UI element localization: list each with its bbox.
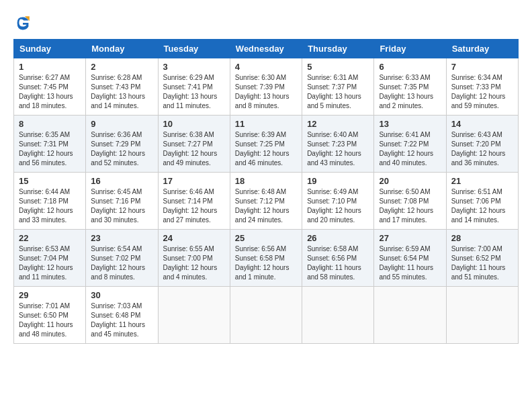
day-info-line: and 48 minutes. (19, 330, 81, 339)
calendar-cell: 23Sunrise: 6:54 AMSunset: 7:02 PMDayligh… (86, 230, 158, 287)
day-info-line: and 14 minutes. (451, 216, 513, 225)
calendar-cell: 29Sunrise: 7:01 AMSunset: 6:50 PMDayligh… (14, 287, 86, 344)
day-info-line: Sunrise: 6:54 AM (91, 244, 152, 254)
calendar-cell: 18Sunrise: 6:48 AMSunset: 7:12 PMDayligh… (230, 173, 302, 230)
day-info-line: Sunset: 6:56 PM (307, 254, 369, 263)
day-number: 15 (19, 176, 81, 186)
day-number: 11 (235, 119, 297, 129)
day-info-line: and 11 minutes. (163, 101, 225, 111)
calendar-cell: 13Sunrise: 6:41 AMSunset: 7:22 PMDayligh… (374, 116, 446, 173)
day-info-line: and 20 minutes. (307, 216, 369, 225)
day-number: 2 (91, 62, 152, 72)
day-info-line: Daylight: 12 hours (235, 263, 297, 273)
day-info-line: Daylight: 12 hours (163, 206, 225, 216)
day-info-line: Sunset: 7:22 PM (379, 140, 441, 149)
calendar-cell: 20Sunrise: 6:50 AMSunset: 7:08 PMDayligh… (374, 173, 446, 230)
calendar-cell: 27Sunrise: 6:59 AMSunset: 6:54 PMDayligh… (374, 230, 446, 287)
calendar-cell: 7Sunrise: 6:34 AMSunset: 7:33 PMDaylight… (446, 58, 518, 116)
day-info-line: Sunrise: 6:43 AM (451, 130, 513, 140)
day-info-line: Sunrise: 6:55 AM (163, 244, 225, 254)
day-number: 7 (451, 62, 513, 72)
day-info-line: Daylight: 13 hours (91, 92, 152, 101)
day-number: 24 (163, 233, 225, 243)
weekday-header-monday: Monday (86, 40, 158, 58)
day-number: 29 (19, 290, 81, 300)
week-row-4: 29Sunrise: 7:01 AMSunset: 6:50 PMDayligh… (14, 287, 519, 344)
day-number: 23 (91, 233, 152, 243)
day-info-line: Sunset: 6:58 PM (235, 254, 297, 263)
day-info-line: Daylight: 11 hours (451, 263, 513, 273)
day-info-line: Sunrise: 6:48 AM (235, 187, 297, 197)
day-info-line: Daylight: 11 hours (91, 320, 152, 330)
calendar-cell: 1Sunrise: 6:27 AMSunset: 7:45 PMDaylight… (14, 58, 86, 116)
day-info-line: Sunset: 7:31 PM (19, 140, 81, 149)
day-number: 3 (163, 62, 225, 72)
day-info-line: Sunset: 6:50 PM (19, 311, 81, 320)
day-info-line: and 56 minutes. (19, 158, 81, 168)
day-info-line: Sunset: 6:54 PM (379, 254, 441, 263)
calendar: SundayMondayTuesdayWednesdayThursdayFrid… (13, 39, 519, 344)
day-info-line: Daylight: 12 hours (307, 149, 369, 158)
day-info-line: Sunrise: 6:56 AM (235, 244, 297, 254)
day-info-line: and 18 minutes. (19, 101, 81, 111)
calendar-cell: 24Sunrise: 6:55 AMSunset: 7:00 PMDayligh… (158, 230, 230, 287)
calendar-cell: 16Sunrise: 6:45 AMSunset: 7:16 PMDayligh… (86, 173, 158, 230)
calendar-cell: 30Sunrise: 7:03 AMSunset: 6:48 PMDayligh… (86, 287, 158, 344)
day-info-line: Sunrise: 6:31 AM (307, 73, 369, 83)
day-info-line: Sunrise: 6:35 AM (19, 130, 81, 140)
weekday-header-saturday: Saturday (446, 40, 518, 58)
weekday-header-friday: Friday (374, 40, 446, 58)
day-info-line: and 27 minutes. (163, 216, 225, 225)
day-info-line: and 24 minutes. (235, 216, 297, 225)
day-number: 18 (235, 176, 297, 186)
day-info-line: and 5 minutes. (307, 101, 369, 111)
day-number: 28 (451, 233, 513, 243)
day-info-line: Sunset: 7:02 PM (91, 254, 152, 263)
day-number: 5 (307, 62, 369, 72)
day-info-line: Daylight: 12 hours (91, 263, 152, 273)
day-info-line: Sunset: 6:52 PM (451, 254, 513, 263)
calendar-cell: 6Sunrise: 6:33 AMSunset: 7:35 PMDaylight… (374, 58, 446, 116)
day-info-line: and 11 minutes. (19, 273, 81, 282)
day-info-line: Sunset: 7:12 PM (235, 197, 297, 206)
day-info-line: Sunset: 7:18 PM (19, 197, 81, 206)
day-info-line: Sunset: 7:27 PM (163, 140, 225, 149)
day-number: 14 (451, 119, 513, 129)
day-info-line: Sunset: 7:23 PM (307, 140, 369, 149)
day-info-line: Daylight: 11 hours (307, 263, 369, 273)
day-info-line: Sunrise: 6:33 AM (379, 73, 441, 83)
day-info-line: Daylight: 12 hours (19, 149, 81, 158)
calendar-cell: 15Sunrise: 6:44 AMSunset: 7:18 PMDayligh… (14, 173, 86, 230)
day-info-line: Sunrise: 6:27 AM (19, 73, 81, 83)
day-info-line: Daylight: 12 hours (19, 206, 81, 216)
day-info-line: and 8 minutes. (235, 101, 297, 111)
week-row-0: 1Sunrise: 6:27 AMSunset: 7:45 PMDaylight… (14, 58, 519, 116)
day-info-line: and 59 minutes. (451, 101, 513, 111)
day-info-line: and 43 minutes. (307, 158, 369, 168)
calendar-cell: 2Sunrise: 6:28 AMSunset: 7:43 PMDaylight… (86, 58, 158, 116)
day-info-line: Sunset: 7:06 PM (451, 197, 513, 206)
calendar-cell: 8Sunrise: 6:35 AMSunset: 7:31 PMDaylight… (14, 116, 86, 173)
day-info-line: and 8 minutes. (91, 273, 152, 282)
day-number: 10 (163, 119, 225, 129)
day-info-line: Sunrise: 6:45 AM (91, 187, 152, 197)
day-number: 27 (379, 233, 441, 243)
day-info-line: Sunrise: 6:41 AM (379, 130, 441, 140)
day-info-line: Sunrise: 7:00 AM (451, 244, 513, 254)
day-info-line: Sunrise: 6:53 AM (19, 244, 81, 254)
day-info-line: Daylight: 11 hours (19, 320, 81, 330)
day-info-line: Sunset: 7:41 PM (163, 83, 225, 92)
calendar-cell: 19Sunrise: 6:49 AMSunset: 7:10 PMDayligh… (302, 173, 374, 230)
day-info-line: Sunset: 7:00 PM (163, 254, 225, 263)
day-info-line: Sunset: 6:48 PM (91, 311, 152, 320)
day-number: 16 (91, 176, 152, 186)
logo (13, 13, 35, 32)
calendar-cell: 10Sunrise: 6:38 AMSunset: 7:27 PMDayligh… (158, 116, 230, 173)
day-info-line: and 30 minutes. (91, 216, 152, 225)
calendar-cell: 22Sunrise: 6:53 AMSunset: 7:04 PMDayligh… (14, 230, 86, 287)
day-info-line: Daylight: 12 hours (91, 149, 152, 158)
weekday-header-wednesday: Wednesday (230, 40, 302, 58)
calendar-cell (374, 287, 446, 344)
day-info-line: Sunset: 7:37 PM (307, 83, 369, 92)
day-number: 21 (451, 176, 513, 186)
